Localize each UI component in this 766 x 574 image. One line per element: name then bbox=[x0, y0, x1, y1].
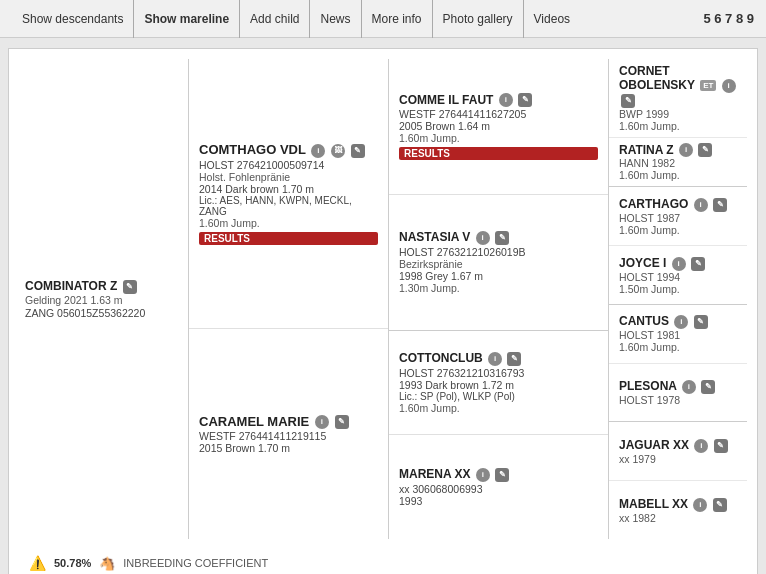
gg-3-edit-icon[interactable]: ✎ bbox=[713, 198, 727, 212]
gg-5-name: CANTUS i ✎ bbox=[619, 314, 737, 329]
gg-1-edit-icon[interactable]: ✎ bbox=[621, 94, 635, 108]
gg-3-jump: 1.60m Jump. bbox=[619, 224, 737, 236]
ds-edit-icon[interactable]: ✎ bbox=[507, 352, 521, 366]
sire-sire-reg: WESTF 276441411627205 bbox=[399, 108, 598, 120]
dd-info-icon[interactable]: i bbox=[476, 468, 490, 482]
root-edit-icon[interactable]: ✎ bbox=[123, 280, 137, 294]
gg-2-jump: 1.60m Jump. bbox=[619, 169, 737, 181]
gg-7-name: JAGUAR XX i ✎ bbox=[619, 438, 737, 453]
great-grandparents-column: CORNET OBOLENSKY ET i ✎ BWP 1999 1.60m J… bbox=[609, 59, 747, 539]
dd-edit-icon[interactable]: ✎ bbox=[495, 468, 509, 482]
dam-name: CARAMEL MARIE i ✎ bbox=[199, 414, 378, 430]
gg-8-breed: xx 1982 bbox=[619, 512, 737, 524]
nav-videos[interactable]: Videos bbox=[524, 0, 580, 38]
dam-info-icon[interactable]: i bbox=[315, 415, 329, 429]
pedigree-tree: COMBINATOR Z ✎ Gelding 2021 1.63 m ZANG … bbox=[19, 59, 747, 539]
ss-year-color: 2005 Brown 1.64 m bbox=[399, 120, 598, 132]
root-horse-cell: COMBINATOR Z ✎ Gelding 2021 1.63 m ZANG … bbox=[19, 271, 151, 327]
gg-2-name: RATINA Z i ✎ bbox=[619, 143, 737, 158]
sire-results-badge[interactable]: RESULTS bbox=[199, 232, 378, 245]
nav-show-mareline[interactable]: Show mareline bbox=[134, 0, 240, 38]
sire-img-icon[interactable]: 🖼 bbox=[331, 144, 345, 158]
gg-4-breed: HOLST 1994 bbox=[619, 271, 737, 283]
nav-menu: Show descendants Show mareline Add child… bbox=[12, 0, 703, 38]
gg-1-info-icon[interactable]: i bbox=[722, 79, 736, 93]
sire-jump: 1.60m Jump. bbox=[199, 217, 378, 229]
dam-cell: CARAMEL MARIE i ✎ WESTF 276441411219115 … bbox=[189, 329, 388, 539]
nav-more-info[interactable]: More info bbox=[362, 0, 433, 38]
gg-7-info-icon[interactable]: i bbox=[694, 439, 708, 453]
nav-show-descendants[interactable]: Show descendants bbox=[12, 0, 134, 38]
ds-lic: Lic.: SP (Pol), WLKP (Pol) bbox=[399, 391, 598, 402]
nav-news[interactable]: News bbox=[310, 0, 361, 38]
gg-4-cell: JOYCE I i ✎ HOLST 1994 1.50m Jump. bbox=[609, 246, 747, 304]
gg-2-cell: RATINA Z i ✎ HANN 1982 1.60m Jump. bbox=[609, 138, 747, 187]
gg-2-edit-icon[interactable]: ✎ bbox=[698, 143, 712, 157]
dam-reg: WESTF 276441411219115 bbox=[199, 430, 378, 442]
gg-5-cell: CANTUS i ✎ HOLST 1981 1.60m Jump. bbox=[609, 305, 747, 364]
sd-breed: Bezirkspränie bbox=[399, 258, 598, 270]
gg-2-breed: HANN 1982 bbox=[619, 157, 737, 169]
sire-edit-icon[interactable]: ✎ bbox=[351, 144, 365, 158]
warning-icon: ⚠️ bbox=[29, 555, 46, 571]
gg-4-jump: 1.50m Jump. bbox=[619, 283, 737, 295]
gg-4-name: JOYCE I i ✎ bbox=[619, 256, 737, 271]
dam-sire-cell: COTTONCLUB i ✎ HOLST 276321210316793 199… bbox=[389, 331, 608, 436]
ds-info-icon[interactable]: i bbox=[488, 352, 502, 366]
gg-1-et-icon: ET bbox=[700, 80, 716, 91]
gg-5-breed: HOLST 1981 bbox=[619, 329, 737, 341]
gg-5-info-icon[interactable]: i bbox=[674, 315, 688, 329]
sd-jump: 1.30m Jump. bbox=[399, 282, 598, 294]
page-numbers[interactable]: 5 6 7 8 9 bbox=[703, 11, 754, 26]
nav-photo-gallery[interactable]: Photo gallery bbox=[433, 0, 524, 38]
grandparents-column: COMME IL FAUT i ✎ WESTF 276441411627205 … bbox=[389, 59, 609, 539]
gg-8-name: MABELL XX i ✎ bbox=[619, 497, 737, 512]
gg-2-info-icon[interactable]: i bbox=[679, 143, 693, 157]
sire-cell: COMTHAGO VDL i 🖼 ✎ HOLST 276421000509714… bbox=[189, 59, 388, 329]
dam-sire-reg: HOLST 276321210316793 bbox=[399, 367, 598, 379]
sire-sire-name: COMME IL FAUT i ✎ bbox=[399, 93, 598, 108]
dam-dam-name: MARENA XX i ✎ bbox=[399, 467, 598, 482]
sd-edit-icon[interactable]: ✎ bbox=[495, 231, 509, 245]
sire-info-icon[interactable]: i bbox=[311, 144, 325, 158]
ss-results-badge[interactable]: RESULTS bbox=[399, 147, 598, 160]
dam-edit-icon[interactable]: ✎ bbox=[335, 415, 349, 429]
gg-1-cell: CORNET OBOLENSKY ET i ✎ BWP 1999 1.60m J… bbox=[609, 59, 747, 138]
sire-year-color: 2014 Dark brown 1.70 m bbox=[199, 183, 378, 195]
gg-6-name: PLESONA i ✎ bbox=[619, 379, 737, 394]
gg-4-edit-icon[interactable]: ✎ bbox=[691, 257, 705, 271]
root-horse-desc2: ZANG 056015Z55362220 bbox=[25, 307, 145, 319]
inbreeding-percentage: 50.78% bbox=[54, 557, 91, 569]
gg-3-cell: CARTHAGO i ✎ HOLST 1987 1.60m Jump. bbox=[609, 187, 747, 246]
gg-7-breed: xx 1979 bbox=[619, 453, 737, 465]
sd-info-icon[interactable]: i bbox=[476, 231, 490, 245]
gg-6-breed: HOLST 1978 bbox=[619, 394, 737, 406]
nav-add-child[interactable]: Add child bbox=[240, 0, 310, 38]
sire-breed: Holst. Fohlenpränie bbox=[199, 171, 378, 183]
gg-7-edit-icon[interactable]: ✎ bbox=[714, 439, 728, 453]
gg-8-info-icon[interactable]: i bbox=[693, 498, 707, 512]
sire-sire-group: COMME IL FAUT i ✎ WESTF 276441411627205 … bbox=[389, 59, 608, 331]
inbreeding-label: INBREEDING COEFFICIENT bbox=[123, 557, 268, 569]
gg-4-info-icon[interactable]: i bbox=[672, 257, 686, 271]
gg-6-edit-icon[interactable]: ✎ bbox=[701, 380, 715, 394]
gg-1-breed: BWP 1999 bbox=[619, 108, 737, 120]
gg-group-2: CARTHAGO i ✎ HOLST 1987 1.60m Jump. JOYC… bbox=[609, 187, 747, 305]
sd-year-color: 1998 Grey 1.67 m bbox=[399, 270, 598, 282]
dam-sire-name: COTTONCLUB i ✎ bbox=[399, 351, 598, 366]
parents-column: COMTHAGO VDL i 🖼 ✎ HOLST 276421000509714… bbox=[189, 59, 389, 539]
gg-1-name: CORNET OBOLENSKY ET i ✎ bbox=[619, 64, 737, 108]
sire-reg: HOLST 276421000509714 bbox=[199, 159, 378, 171]
gg-group-4: JAGUAR XX i ✎ xx 1979 MABELL XX i ✎ xx 1… bbox=[609, 422, 747, 539]
gg-6-info-icon[interactable]: i bbox=[682, 380, 696, 394]
gg-5-edit-icon[interactable]: ✎ bbox=[694, 315, 708, 329]
gg-8-edit-icon[interactable]: ✎ bbox=[713, 498, 727, 512]
gg-3-info-icon[interactable]: i bbox=[694, 198, 708, 212]
sire-dam-reg: HOLST 27632121026019B bbox=[399, 246, 598, 258]
ss-edit-icon[interactable]: ✎ bbox=[518, 93, 532, 107]
ss-info-icon[interactable]: i bbox=[499, 93, 513, 107]
gg-5-jump: 1.60m Jump. bbox=[619, 341, 737, 353]
ds-jump: 1.60m Jump. bbox=[399, 402, 598, 414]
dam-year-color: 2015 Brown 1.70 m bbox=[199, 442, 378, 454]
gg-6-cell: PLESONA i ✎ HOLST 1978 bbox=[609, 364, 747, 422]
